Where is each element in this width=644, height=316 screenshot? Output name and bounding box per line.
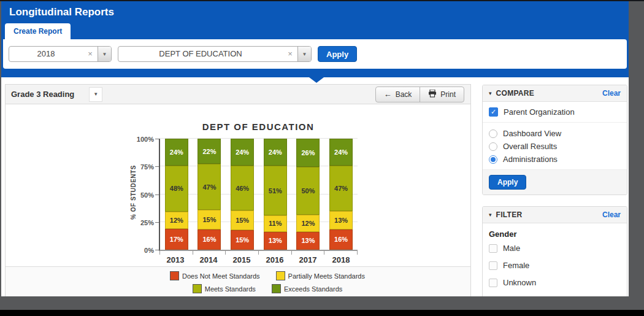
bar-segment: 15%: [231, 230, 254, 250]
compare-clear-link[interactable]: Clear: [602, 89, 621, 98]
chart-legend: Does Not Meet StandardsPartially Meets S…: [6, 266, 470, 296]
legend-swatch-icon: [193, 284, 202, 293]
legend-label: Partially Meets Standards: [288, 272, 365, 280]
bar-segment: 46%: [231, 166, 254, 210]
page-header: Longitudinal Reports Create Report 2018 …: [1, 1, 629, 77]
pointer-arrow: [309, 77, 324, 83]
parent-organization-label: Parent Organization: [504, 107, 575, 117]
bar-segment: 24%: [165, 139, 188, 166]
organization-clear-icon[interactable]: ×: [283, 47, 297, 61]
filter-option-row[interactable]: Male: [489, 240, 621, 256]
page-title: Longitudinal Reports: [1, 1, 629, 18]
stacked-bar-2013: 24%48%12%17%: [165, 139, 188, 250]
y-tick-label: 0%: [125, 247, 154, 254]
organization-select[interactable]: DEPT OF EDUCATION × ▼: [118, 46, 312, 62]
bar-segment: 47%: [197, 164, 221, 210]
filter-apply-button[interactable]: Apply: [318, 46, 357, 62]
compare-option-row[interactable]: Overall Results: [489, 140, 621, 153]
chart-x-axis-labels: 201320142015201620172018: [159, 255, 358, 264]
compare-option-row[interactable]: Dashboard View: [489, 127, 621, 140]
y-tick-mark: [155, 139, 159, 139]
y-tick-label: 75%: [125, 163, 154, 171]
bar-segment: 12%: [165, 212, 188, 229]
bar-segment: 12%: [296, 215, 320, 232]
bar-segment: 51%: [264, 166, 287, 215]
compare-panel: ▾ COMPARE Clear ✓ Parent Organization Da…: [482, 85, 627, 195]
radio-button[interactable]: [489, 142, 497, 151]
report-caret-icon[interactable]: ▼: [89, 87, 102, 102]
y-tick-mark: [155, 250, 159, 250]
legend-swatch-icon: [170, 271, 179, 280]
legend-swatch-icon: [276, 271, 285, 280]
year-select-value[interactable]: 2018: [9, 47, 83, 61]
chart-region: DEPT OF EDUCATION % OF STUDENTS 0%25%50%…: [6, 104, 470, 266]
filter-option-row[interactable]: Unknown: [489, 274, 621, 290]
filter-clear-link[interactable]: Clear: [602, 210, 621, 219]
toolbar-button-group: ← Back Print: [375, 87, 464, 102]
compare-panel-title: COMPARE: [496, 89, 535, 98]
bar-segment: 24%: [264, 139, 287, 166]
organization-caret-icon[interactable]: ▼: [297, 47, 311, 61]
compare-panel-header[interactable]: ▾ COMPARE Clear: [483, 85, 627, 102]
legend-row: Does Not Meet StandardsPartially Meets S…: [64, 271, 470, 280]
legend-item: Exceeds Standards: [272, 284, 342, 293]
bars-container: 24%48%12%17%22%47%15%16%24%46%15%15%24%5…: [160, 139, 358, 250]
compare-option-label: Overall Results: [503, 142, 557, 151]
year-select[interactable]: 2018 × ▼: [9, 46, 112, 62]
x-tick-mark: [291, 251, 292, 255]
x-axis-label: 2013: [159, 255, 192, 264]
checkbox[interactable]: [489, 261, 497, 270]
radio-button[interactable]: [489, 155, 497, 164]
y-tick-mark: [155, 222, 159, 223]
stacked-bar-2016: 24%51%11%13%: [264, 139, 287, 250]
filter-panel-header[interactable]: ▾ FILTER Clear: [483, 207, 627, 223]
back-button-label: Back: [396, 90, 412, 99]
x-tick-mark: [159, 251, 160, 255]
year-clear-icon[interactable]: ×: [83, 47, 98, 61]
filter-option-row[interactable]: Female: [489, 257, 621, 273]
compare-options-list: Dashboard ViewOverall ResultsAdministrat…: [483, 123, 627, 170]
bar-segment: 50%: [296, 167, 320, 215]
stacked-bar-2017: 26%50%12%13%: [296, 139, 320, 250]
bar-segment: 47%: [329, 166, 353, 212]
year-caret-icon[interactable]: ▼: [98, 47, 111, 61]
bar-segment: 26%: [296, 139, 320, 167]
filter-group: GenderMaleFemaleUnknown: [483, 223, 627, 296]
tab-create-report[interactable]: Create Report: [5, 23, 71, 39]
collapse-caret-icon[interactable]: ▾: [489, 90, 492, 96]
print-button[interactable]: Print: [420, 87, 464, 102]
compare-option-label: Administrations: [503, 155, 558, 164]
back-button[interactable]: ← Back: [376, 87, 420, 102]
bar-segment: 16%: [329, 229, 353, 250]
app-window: Longitudinal Reports Create Report 2018 …: [1, 1, 629, 296]
parent-organization-row[interactable]: ✓ Parent Organization: [483, 102, 627, 123]
back-arrow-icon: ←: [384, 90, 392, 99]
collapse-caret-icon[interactable]: ▾: [489, 212, 492, 218]
filter-panel-title: FILTER: [496, 210, 523, 219]
checkbox[interactable]: [489, 279, 497, 287]
x-tick-mark: [357, 251, 358, 255]
bar-segment: 13%: [264, 232, 287, 250]
legend-label: Does Not Meet Standards: [182, 272, 260, 280]
stacked-bar-2018: 24%47%13%16%: [329, 139, 353, 250]
legend-label: Exceeds Standards: [284, 285, 342, 293]
x-tick-mark: [258, 251, 259, 255]
y-tick-mark: [155, 166, 159, 167]
legend-item: Does Not Meet Standards: [170, 271, 260, 280]
compare-option-row[interactable]: Administrations: [489, 153, 621, 166]
content-area: Grade 3 Reading ▼ ← Back Print: [1, 83, 629, 296]
radio-button[interactable]: [489, 129, 497, 138]
bar-segment: 15%: [231, 210, 254, 230]
stacked-bar-2015: 24%46%15%15%: [231, 139, 254, 250]
x-tick-mark: [324, 251, 324, 255]
compare-apply-button[interactable]: Apply: [489, 175, 526, 190]
checkbox[interactable]: [489, 244, 497, 253]
legend-row: Meets StandardsExceeds Standards: [64, 284, 470, 293]
bar-segment: 22%: [197, 139, 221, 164]
x-tick-mark: [193, 251, 193, 255]
stacked-bar-2014: 22%47%15%16%: [197, 139, 221, 250]
legend-label: Meets Standards: [205, 285, 256, 293]
organization-select-value[interactable]: DEPT OF EDUCATION: [118, 47, 283, 61]
y-tick-mark: [155, 195, 159, 195]
parent-organization-checkbox[interactable]: ✓: [489, 107, 498, 117]
